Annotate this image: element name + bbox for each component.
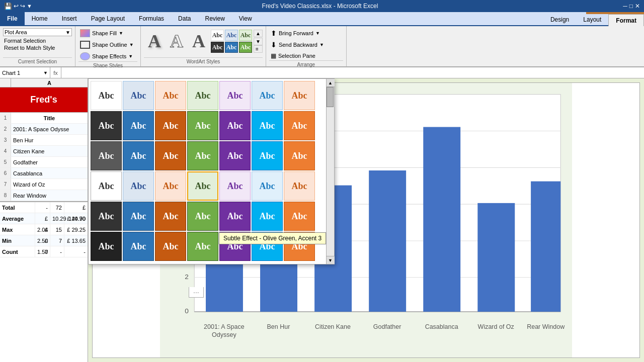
abc-style-2-3[interactable]: Abc <box>187 141 218 170</box>
tab-design[interactable]: Design <box>543 14 576 25</box>
abc-style-2-0[interactable]: Abc <box>91 141 122 170</box>
abc-style-2-4[interactable]: Abc <box>219 141 251 170</box>
abc-style-0-2[interactable]: Abc <box>155 81 186 110</box>
shape-fill-btn[interactable]: Shape Fill ▼ <box>78 28 137 38</box>
abc-style-1-5[interactable]: Abc <box>252 111 283 140</box>
bring-forward-btn[interactable]: ⬆ Bring Forward ▼ <box>269 28 343 38</box>
minimize-btn[interactable]: ─ <box>623 3 627 10</box>
abc-style-0-4[interactable]: Abc <box>219 81 251 110</box>
qat-extra-icon[interactable]: ▼ <box>27 3 32 9</box>
save-icon[interactable]: 💾 <box>4 3 12 10</box>
wordart-style-mini-4[interactable]: Abc <box>211 42 224 53</box>
cell-a8[interactable]: Rear Window <box>11 190 88 201</box>
abc-style-5-5[interactable]: Abc <box>252 232 283 261</box>
shape-outline-btn[interactable]: Shape Outline ▼ <box>78 40 137 50</box>
chart-name-dropdown[interactable]: Chart 1 ▼ <box>0 67 50 78</box>
tab-review[interactable]: Review <box>198 12 231 25</box>
abc-style-3-5[interactable]: Abc <box>252 171 283 201</box>
abc-style-4-1[interactable]: Abc <box>123 202 154 231</box>
tab-formulas[interactable]: Formulas <box>132 12 171 25</box>
abc-style-3-2[interactable]: Abc <box>155 171 186 201</box>
abc-style-4-2[interactable]: Abc <box>155 202 186 231</box>
abc-style-3-6[interactable]: Abc <box>284 171 315 201</box>
abc-style-1-4[interactable]: Abc <box>219 111 251 140</box>
tab-layout[interactable]: Layout <box>576 14 608 25</box>
wordart-style-mini-5[interactable]: Abc <box>225 42 238 53</box>
shape-effects-btn[interactable]: Shape Effects ▼ <box>78 51 137 61</box>
wordart-a-fill[interactable]: A <box>188 28 209 54</box>
cell-a7[interactable]: Wizard of Oz <box>11 179 88 190</box>
wordart-style-mini-2[interactable]: Abc <box>225 30 238 41</box>
abc-style-3-3[interactable]: Abc <box>187 171 218 201</box>
abc-style-4-4[interactable]: Abc <box>219 202 251 231</box>
abc-style-1-6[interactable]: Abc <box>284 111 315 140</box>
abc-style-4-3[interactable]: Abc <box>187 202 218 231</box>
abc-style-5-0[interactable]: Abc <box>91 232 122 261</box>
abc-style-4-5[interactable]: Abc <box>252 202 283 231</box>
plot-area-dropdown[interactable]: Plot Area ▼ <box>3 28 72 36</box>
abc-style-2-2[interactable]: Abc <box>155 141 186 170</box>
abc-style-5-1[interactable]: Abc <box>123 232 154 261</box>
maximize-btn[interactable]: □ <box>629 3 633 10</box>
undo-icon[interactable]: ↩ <box>14 3 19 10</box>
tab-view[interactable]: View <box>232 12 259 25</box>
abc-style-0-1[interactable]: Abc <box>123 81 154 110</box>
bring-forward-arrow[interactable]: ▼ <box>315 31 320 36</box>
tab-insert[interactable]: Insert <box>55 12 84 25</box>
abc-style-1-1[interactable]: Abc <box>123 111 154 140</box>
cell-a4[interactable]: Citizen Kane <box>11 146 88 156</box>
abc-style-2-5[interactable]: Abc <box>252 141 283 170</box>
wordart-style-mini-6[interactable]: Abc <box>239 42 252 53</box>
col-a-header[interactable]: A <box>11 78 88 87</box>
abc-style-1-3[interactable]: Abc <box>187 111 218 140</box>
abc-style-5-4[interactable]: Abc <box>219 232 251 261</box>
wordart-style-mini-1[interactable]: Abc <box>211 30 224 41</box>
scroll-up-btn[interactable]: ▲ <box>327 79 335 87</box>
abc-style-4-0[interactable]: Abc <box>91 202 122 231</box>
wordart-a-shadow[interactable]: A <box>144 28 165 54</box>
tab-format[interactable]: Format <box>608 14 644 26</box>
cell-a3[interactable]: Ben Hur <box>11 135 88 145</box>
chart-dropdown-arrow[interactable]: ▼ <box>43 70 48 75</box>
shape-outline-arrow[interactable]: ▼ <box>129 42 134 47</box>
shape-effects-arrow[interactable]: ▼ <box>128 54 133 59</box>
tab-home[interactable]: Home <box>25 12 55 25</box>
abc-style-5-2[interactable]: Abc <box>155 232 186 261</box>
cell-a1[interactable]: Title <box>11 113 88 123</box>
abc-style-2-6[interactable]: Abc <box>284 141 315 170</box>
cell-a2[interactable]: 2001: A Space Odysse <box>11 124 88 134</box>
dropdown-arrow[interactable]: ▼ <box>65 30 70 35</box>
abc-style-0-3[interactable]: Abc <box>187 81 218 110</box>
abc-style-5-3[interactable]: Abc <box>187 232 218 261</box>
redo-icon[interactable]: ↪ <box>20 3 25 10</box>
abc-style-3-4[interactable]: Abc <box>219 171 251 201</box>
tab-file[interactable]: File <box>0 12 25 25</box>
abc-style-4-6[interactable]: Abc <box>284 202 315 231</box>
abc-style-0-6[interactable]: Abc <box>284 81 315 110</box>
reset-style-btn[interactable]: Reset to Match Style <box>3 44 72 51</box>
close-btn[interactable]: ✕ <box>635 3 640 10</box>
abc-style-1-0[interactable]: Abc <box>91 111 122 140</box>
styles-more[interactable]: ≡ <box>254 45 263 53</box>
styles-scroll-up[interactable]: ▲ <box>254 30 263 37</box>
abc-style-2-1[interactable]: Abc <box>123 141 154 170</box>
abc-style-0-0[interactable]: Abc <box>91 81 122 110</box>
tab-data[interactable]: Data <box>171 12 198 25</box>
abc-style-3-1[interactable]: Abc <box>123 171 154 201</box>
tab-pagelayout[interactable]: Page Layout <box>84 12 132 25</box>
shape-fill-arrow[interactable]: ▼ <box>119 31 123 36</box>
abc-style-3-0[interactable]: Abc <box>91 171 122 201</box>
format-selection-btn[interactable]: Format Selection <box>3 37 72 44</box>
send-backward-arrow[interactable]: ▼ <box>319 42 324 47</box>
send-backward-btn[interactable]: ⬇ Send Backward ▼ <box>269 40 343 50</box>
wordart-style-mini-3[interactable]: Abc <box>239 30 252 41</box>
abc-style-0-5[interactable]: Abc <box>252 81 283 110</box>
scroll-down-btn[interactable]: ▼ <box>327 256 335 264</box>
cell-a6[interactable]: Casablanca <box>11 168 88 178</box>
styles-scroll-down[interactable]: ▼ <box>254 38 263 45</box>
abc-style-1-2[interactable]: Abc <box>155 111 186 140</box>
cell-a5[interactable]: Godfather <box>11 157 88 167</box>
wordart-a-outline[interactable]: A <box>166 28 187 54</box>
more-styles-btn[interactable]: ··· <box>189 287 204 298</box>
selection-pane-btn[interactable]: ▦ Selection Pane <box>269 51 343 60</box>
